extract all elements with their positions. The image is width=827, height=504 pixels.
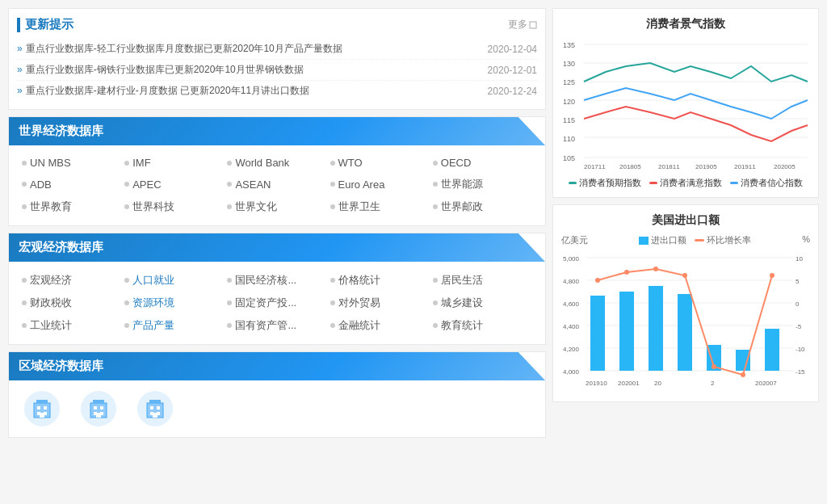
world-econ-link-7[interactable]: ASEAN bbox=[235, 178, 271, 191]
macro-econ-link-5[interactable]: 财政税收 bbox=[30, 296, 72, 310]
legend-item-2: 消费者信心指数 bbox=[730, 177, 803, 189]
macro-econ-db: 宏观经济数据库 宏观经济人口就业国民经济核...价格统计居民生活财政税收资源环境… bbox=[8, 233, 546, 345]
world-econ-item-4[interactable]: OECD bbox=[433, 155, 532, 170]
world-econ-item-7[interactable]: ASEAN bbox=[227, 175, 326, 193]
legend-dot-0 bbox=[569, 182, 577, 184]
line-legend-icon bbox=[695, 239, 704, 242]
world-econ-item-13[interactable]: 世界卫生 bbox=[330, 198, 430, 216]
bar-legend-bar: 进出口额 bbox=[639, 234, 686, 246]
world-econ-link-3[interactable]: WTO bbox=[338, 157, 363, 169]
update-section: 更新提示 更多 重点行业数据库-轻工行业数据库月度数据已更新2020年10月产品… bbox=[8, 8, 546, 110]
macro-econ-item-13[interactable]: 金融统计 bbox=[330, 317, 430, 334]
macro-econ-link-11[interactable]: 产品产量 bbox=[132, 318, 174, 333]
macro-econ-item-2[interactable]: 国民经济核... bbox=[227, 271, 326, 289]
db-dot-icon bbox=[227, 161, 232, 166]
world-econ-item-0[interactable]: UN MBS bbox=[22, 155, 121, 170]
world-econ-item-2[interactable]: World Bank bbox=[227, 155, 326, 170]
macro-econ-link-1[interactable]: 人口就业 bbox=[132, 273, 174, 288]
world-econ-item-6[interactable]: APEC bbox=[124, 175, 224, 193]
world-econ-title: 世界经济数据库 bbox=[19, 124, 103, 137]
macro-econ-link-13[interactable]: 金融统计 bbox=[338, 318, 380, 333]
region-icon-2[interactable] bbox=[135, 388, 175, 429]
world-econ-item-14[interactable]: 世界邮政 bbox=[433, 198, 532, 216]
macro-econ-link-4[interactable]: 居民生活 bbox=[441, 273, 483, 288]
world-econ-link-12[interactable]: 世界文化 bbox=[235, 200, 277, 214]
macro-econ-item-14[interactable]: 教育统计 bbox=[433, 317, 532, 334]
svg-rect-5 bbox=[44, 406, 47, 410]
macro-econ-link-3[interactable]: 价格统计 bbox=[338, 273, 380, 288]
macro-econ-item-12[interactable]: 国有资产管... bbox=[227, 317, 326, 334]
consumer-chart-legend: 消费者预期指数 消费者满意指数 消费者信心指数 bbox=[561, 177, 810, 189]
world-econ-link-5[interactable]: ADB bbox=[30, 178, 52, 191]
svg-rect-66 bbox=[678, 294, 692, 371]
world-econ-link-10[interactable]: 世界教育 bbox=[30, 200, 72, 214]
world-econ-item-12[interactable]: 世界文化 bbox=[227, 198, 326, 216]
world-econ-link-2[interactable]: World Bank bbox=[235, 157, 289, 169]
world-econ-item-3[interactable]: WTO bbox=[330, 155, 430, 170]
macro-econ-item-11[interactable]: 产品产量 bbox=[124, 317, 224, 334]
macro-econ-link-8[interactable]: 对外贸易 bbox=[338, 296, 380, 310]
svg-text:135: 135 bbox=[563, 41, 575, 49]
db-dot-icon bbox=[124, 323, 129, 328]
macro-econ-link-12[interactable]: 国有资产管... bbox=[235, 318, 296, 333]
update-item-2: 重点行业数据库-建材行业-月度数据 已更新2020年11月讲出口数据 2020-… bbox=[17, 81, 537, 101]
world-econ-link-6[interactable]: APEC bbox=[132, 178, 161, 191]
world-econ-link-4[interactable]: OECD bbox=[441, 157, 472, 169]
svg-rect-8 bbox=[40, 413, 44, 418]
macro-econ-item-0[interactable]: 宏观经济 bbox=[22, 271, 121, 289]
macro-econ-link-9[interactable]: 城乡建设 bbox=[441, 296, 483, 310]
world-econ-link-9[interactable]: 世界能源 bbox=[441, 177, 483, 191]
svg-rect-64 bbox=[619, 292, 634, 371]
world-econ-item-10[interactable]: 世界教育 bbox=[22, 198, 121, 216]
macro-econ-item-5[interactable]: 财政税收 bbox=[22, 294, 121, 312]
update-link-2[interactable]: 重点行业数据库-建材行业-月度数据 已更新2020年11月讲出口数据 bbox=[17, 84, 309, 98]
macro-econ-link-2[interactable]: 国民经济核... bbox=[235, 273, 296, 288]
legend-dot-1 bbox=[649, 182, 657, 184]
db-dot-icon bbox=[227, 204, 232, 209]
macro-econ-title: 宏观经济数据库 bbox=[19, 240, 103, 254]
region-econ-title: 区域经济数据库 bbox=[19, 359, 103, 372]
macro-econ-item-10[interactable]: 工业统计 bbox=[22, 317, 121, 334]
region-icon-0[interactable] bbox=[22, 388, 62, 429]
svg-point-70 bbox=[595, 278, 600, 283]
db-dot-icon bbox=[433, 323, 438, 328]
world-econ-link-14[interactable]: 世界邮政 bbox=[441, 200, 483, 214]
svg-text:125: 125 bbox=[563, 78, 575, 86]
update-link-1[interactable]: 重点行业数据库-钢铁行业数据库已更新2020年10月世界钢铁数据 bbox=[17, 63, 304, 77]
macro-econ-item-9[interactable]: 城乡建设 bbox=[433, 294, 532, 312]
region-icon-1[interactable] bbox=[78, 388, 119, 429]
unit-right: % bbox=[802, 234, 810, 244]
macro-econ-item-8[interactable]: 对外贸易 bbox=[330, 294, 430, 312]
world-econ-item-1[interactable]: IMF bbox=[124, 155, 224, 170]
world-econ-link-1[interactable]: IMF bbox=[132, 157, 150, 169]
macro-econ-item-3[interactable]: 价格统计 bbox=[330, 271, 430, 289]
more-link[interactable]: 更多 bbox=[508, 18, 537, 32]
region-icons bbox=[9, 380, 545, 437]
macro-econ-link-6[interactable]: 资源环境 bbox=[132, 296, 174, 310]
world-econ-link-0[interactable]: UN MBS bbox=[30, 157, 71, 169]
macro-econ-link-10[interactable]: 工业统计 bbox=[30, 318, 72, 333]
world-econ-link-13[interactable]: 世界卫生 bbox=[338, 200, 380, 214]
svg-text:4,400: 4,400 bbox=[563, 323, 580, 330]
world-econ-item-11[interactable]: 世界科技 bbox=[124, 198, 224, 216]
svg-text:115: 115 bbox=[563, 116, 575, 124]
svg-text:201805: 201805 bbox=[619, 163, 641, 170]
update-link-0[interactable]: 重点行业数据库-轻工行业数据库月度数据已更新2020年10月产品产量数据 bbox=[17, 42, 342, 56]
db-dot-icon bbox=[124, 161, 129, 166]
world-econ-item-5[interactable]: ADB bbox=[22, 175, 121, 193]
world-econ-link-8[interactable]: Euro Area bbox=[338, 178, 385, 191]
macro-econ-link-0[interactable]: 宏观经济 bbox=[30, 273, 72, 288]
macro-econ-link-14[interactable]: 教育统计 bbox=[441, 318, 483, 333]
macro-econ-item-6[interactable]: 资源环境 bbox=[124, 294, 224, 312]
world-econ-item-8[interactable]: Euro Area bbox=[330, 175, 430, 193]
db-dot-icon bbox=[433, 300, 438, 305]
macro-econ-item-7[interactable]: 固定资产投... bbox=[227, 294, 326, 312]
macro-econ-item-4[interactable]: 居民生活 bbox=[433, 271, 532, 289]
legend-label-1: 消费者满意指数 bbox=[660, 177, 722, 189]
world-econ-link-11[interactable]: 世界科技 bbox=[132, 200, 174, 214]
macro-econ-item-1[interactable]: 人口就业 bbox=[124, 271, 224, 289]
macro-econ-link-7[interactable]: 固定资产投... bbox=[235, 296, 296, 310]
macro-econ-header: 宏观经济数据库 bbox=[9, 233, 545, 262]
world-econ-item-9[interactable]: 世界能源 bbox=[433, 175, 532, 193]
unit-left: 亿美元 bbox=[561, 234, 588, 246]
